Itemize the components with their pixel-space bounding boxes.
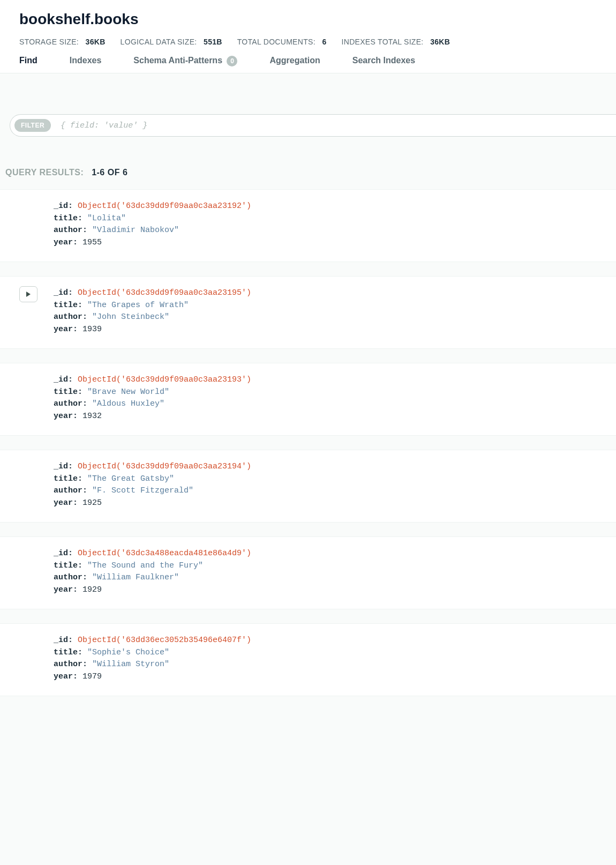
field-author: author: "F. Scott Fitzgerald" bbox=[54, 485, 603, 497]
caret-right-icon bbox=[26, 292, 31, 297]
field-year: year: 1932 bbox=[54, 411, 603, 423]
field-value: ObjectId('63dc39dd9f09aa0c3aa23194') bbox=[78, 462, 251, 471]
field-separator: : bbox=[78, 301, 87, 310]
field-key: title bbox=[54, 648, 78, 657]
field-id: _id: ObjectId('63dc39dd9f09aa0c3aa23194'… bbox=[54, 461, 603, 473]
document-row[interactable]: _id: ObjectId('63dc3a488eacda481e86a4d9'… bbox=[0, 536, 616, 609]
field-value: ObjectId('63dc39dd9f09aa0c3aa23192') bbox=[78, 202, 251, 211]
field-key: title bbox=[54, 474, 78, 483]
field-separator: : bbox=[78, 561, 87, 570]
field-value: 1929 bbox=[82, 585, 102, 594]
tab-indexes[interactable]: Indexes bbox=[70, 56, 102, 73]
field-id: _id: ObjectId('63dc3a488eacda481e86a4d9'… bbox=[54, 548, 603, 560]
field-separator: : bbox=[68, 375, 78, 384]
filter-bar: FILTER bbox=[10, 114, 616, 137]
field-value: "William Faulkner" bbox=[92, 573, 179, 582]
collection-title: bookshelf.books bbox=[19, 11, 597, 28]
field-key: _id bbox=[54, 636, 68, 645]
field-title: title: "The Grapes of Wrath" bbox=[54, 300, 603, 312]
document-row[interactable]: _id: ObjectId('63dc39dd9f09aa0c3aa23195'… bbox=[0, 276, 616, 349]
field-key: _id bbox=[54, 549, 68, 558]
field-value: 1955 bbox=[82, 238, 102, 247]
stat-label: LOGICAL DATA SIZE: bbox=[121, 38, 197, 46]
field-year: year: 1939 bbox=[54, 324, 603, 336]
field-id: _id: ObjectId('63dc39dd9f09aa0c3aa23192'… bbox=[54, 200, 603, 213]
field-title: title: "Brave New World" bbox=[54, 386, 603, 399]
tab-find[interactable]: Find bbox=[19, 56, 37, 73]
stat-label: STORAGE SIZE: bbox=[19, 38, 79, 46]
stat-logical-size: LOGICAL DATA SIZE: 551B bbox=[121, 38, 222, 46]
field-separator: : bbox=[82, 226, 92, 235]
field-year: year: 1979 bbox=[54, 671, 603, 683]
tab-search-indexes[interactable]: Search Indexes bbox=[352, 56, 415, 73]
field-value: "William Styron" bbox=[92, 660, 169, 669]
field-author: author: "Aldous Huxley" bbox=[54, 398, 603, 411]
document-row[interactable]: _id: ObjectId('63dd36ec3052b35496e6407f'… bbox=[0, 623, 616, 696]
document-row[interactable]: _id: ObjectId('63dc39dd9f09aa0c3aa23194'… bbox=[0, 450, 616, 523]
document-row[interactable]: _id: ObjectId('63dc39dd9f09aa0c3aa23193'… bbox=[0, 363, 616, 436]
field-value: 1979 bbox=[82, 672, 102, 681]
field-value: "Aldous Huxley" bbox=[92, 399, 164, 408]
tab-aggregation[interactable]: Aggregation bbox=[269, 56, 320, 73]
tab-label: Schema Anti-Patterns bbox=[133, 56, 222, 65]
field-title: title: "The Great Gatsby" bbox=[54, 473, 603, 486]
filter-pill: FILTER bbox=[14, 119, 51, 132]
field-separator: : bbox=[68, 288, 78, 297]
field-key: author bbox=[54, 226, 82, 235]
field-key: _id bbox=[54, 288, 68, 297]
stat-indexes-size: INDEXES TOTAL SIZE: 36KB bbox=[342, 38, 450, 46]
field-author: author: "William Faulkner" bbox=[54, 572, 603, 584]
field-author: author: "Vladimir Nabokov" bbox=[54, 225, 603, 237]
document-list: _id: ObjectId('63dc39dd9f09aa0c3aa23192'… bbox=[0, 189, 616, 696]
field-year: year: 1955 bbox=[54, 237, 603, 249]
field-year: year: 1929 bbox=[54, 584, 603, 596]
results-label: QUERY RESULTS: bbox=[5, 168, 84, 177]
field-value: "Sophie's Choice" bbox=[87, 648, 169, 657]
document-row[interactable]: _id: ObjectId('63dc39dd9f09aa0c3aa23192'… bbox=[0, 189, 616, 262]
field-key: author bbox=[54, 312, 82, 322]
filter-input[interactable] bbox=[61, 121, 609, 130]
field-key: year bbox=[54, 325, 73, 334]
field-separator: : bbox=[68, 462, 78, 471]
field-id: _id: ObjectId('63dc39dd9f09aa0c3aa23193'… bbox=[54, 374, 603, 386]
field-author: author: "John Steinbeck" bbox=[54, 311, 603, 324]
field-value: "The Great Gatsby" bbox=[87, 474, 174, 483]
field-key: author bbox=[54, 573, 82, 582]
field-value: "Brave New World" bbox=[87, 387, 169, 397]
field-key: _id bbox=[54, 202, 68, 211]
stat-label: INDEXES TOTAL SIZE: bbox=[342, 38, 424, 46]
field-title: title: "Lolita" bbox=[54, 213, 603, 225]
tab-schema-antipatterns[interactable]: Schema Anti-Patterns 0 bbox=[133, 56, 237, 73]
expand-document-button[interactable] bbox=[19, 286, 37, 302]
field-value: ObjectId('63dd36ec3052b35496e6407f') bbox=[78, 636, 251, 645]
field-separator: : bbox=[82, 312, 92, 322]
field-separator: : bbox=[73, 672, 82, 681]
tabs: Find Indexes Schema Anti-Patterns 0 Aggr… bbox=[19, 56, 597, 73]
field-year: year: 1925 bbox=[54, 497, 603, 510]
field-separator: : bbox=[78, 648, 87, 657]
field-key: _id bbox=[54, 462, 68, 471]
field-separator: : bbox=[82, 660, 92, 669]
field-key: title bbox=[54, 301, 78, 310]
field-value: 1925 bbox=[82, 498, 102, 508]
field-key: title bbox=[54, 561, 78, 570]
field-key: author bbox=[54, 660, 82, 669]
field-key: author bbox=[54, 399, 82, 408]
field-separator: : bbox=[82, 573, 92, 582]
field-value: 1932 bbox=[82, 412, 102, 421]
field-key: title bbox=[54, 387, 78, 397]
stat-value: 36KB bbox=[430, 38, 450, 46]
field-separator: : bbox=[73, 325, 82, 334]
field-separator: : bbox=[68, 549, 78, 558]
schema-badge: 0 bbox=[227, 56, 237, 66]
field-key: author bbox=[54, 486, 82, 495]
results-header: QUERY RESULTS: 1-6 OF 6 bbox=[0, 137, 616, 189]
field-key: year bbox=[54, 672, 73, 681]
field-value: ObjectId('63dc39dd9f09aa0c3aa23193') bbox=[78, 375, 251, 384]
field-separator: : bbox=[78, 214, 87, 223]
field-key: _id bbox=[54, 375, 68, 384]
field-separator: : bbox=[68, 202, 78, 211]
field-value: "The Sound and the Fury" bbox=[87, 561, 203, 570]
stat-value: 551B bbox=[204, 38, 222, 46]
field-key: year bbox=[54, 585, 73, 594]
